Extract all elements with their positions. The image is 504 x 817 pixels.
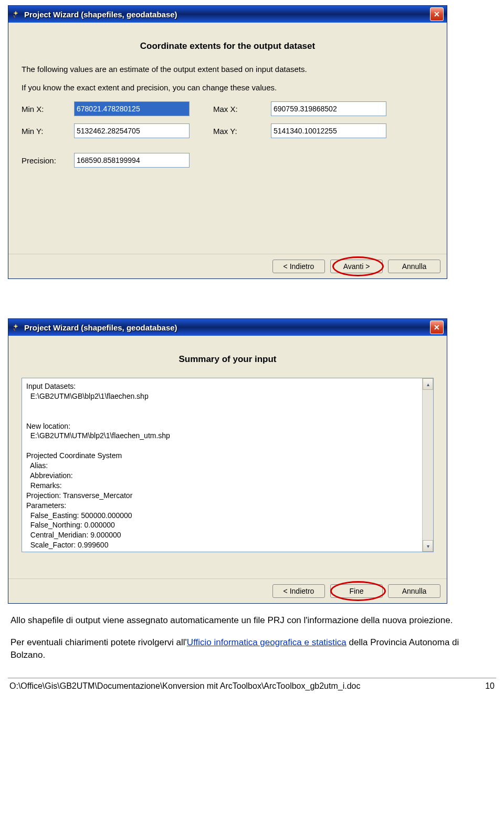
back-button[interactable]: < Indietro [272,584,325,598]
wizard-dialog-coordinate-extents: Project Wizard (shapefiles, geodatabase)… [8,5,447,279]
footer: O:\Office\Gis\GB2UTM\Documentazione\Konv… [9,681,495,691]
footer-path: O:\Office\Gis\GB2UTM\Documentazione\Konv… [9,681,360,691]
summary-textarea[interactable]: Input Datasets: E:\GB2UTM\GB\blp2\1\flae… [22,378,434,552]
close-button[interactable]: ✕ [430,7,444,21]
titlebar[interactable]: Project Wizard (shapefiles, geodatabase)… [8,319,447,336]
precision-input[interactable] [74,153,190,168]
paragraph-2: Per eventuali chiarimenti potete rivolge… [10,636,494,662]
footer-divider [8,678,496,678]
close-button[interactable]: ✕ [430,320,444,334]
dialog-body: Summary of your input Input Datasets: E:… [8,336,447,578]
scroll-up-icon[interactable]: ▴ [423,378,433,390]
button-row: < Indietro Fine Annulla [8,578,447,603]
heading: Coordinate extents for the output datase… [22,41,434,51]
titlebar[interactable]: Project Wizard (shapefiles, geodatabase)… [8,6,447,23]
heading: Summary of your input [22,354,434,365]
office-link[interactable]: Ufficio informatica geografica e statist… [187,637,346,647]
row-precision: Precision: [22,153,434,168]
finish-button-wrapper: Fine [330,584,383,598]
window-title: Project Wizard (shapefiles, geodatabase) [24,10,430,19]
cancel-button[interactable]: Annulla [388,584,440,598]
minx-label: Min X: [22,105,74,113]
close-icon: ✕ [434,323,440,332]
button-row: < Indietro Avanti > Annulla [8,254,447,278]
maxy-label: Max Y: [213,127,271,136]
cancel-button[interactable]: Annulla [388,260,440,273]
scroll-track[interactable] [423,390,433,540]
precision-label: Precision: [22,156,74,165]
svg-rect-0 [13,15,15,18]
finish-button[interactable]: Fine [330,584,383,598]
wizard-dialog-summary: Project Wizard (shapefiles, geodatabase)… [8,318,447,604]
row-miny-maxy: Min Y: Max Y: [22,123,434,138]
wand-icon [12,9,21,19]
maxx-input[interactable] [271,101,386,116]
minx-input[interactable] [74,101,190,116]
close-icon: ✕ [434,10,440,18]
description-1: The following values are an estimate of … [22,65,434,74]
document-text: Allo shapefile di output viene assegnato… [10,614,494,662]
text-before-link: Per eventuali chiarimenti potete rivolge… [10,637,187,647]
miny-label: Min Y: [22,127,74,136]
svg-rect-1 [13,328,15,331]
wand-icon [12,323,21,332]
window-title: Project Wizard (shapefiles, geodatabase) [24,323,430,332]
paragraph-1: Allo shapefile di output viene assegnato… [10,614,494,627]
next-button[interactable]: Avanti > [330,260,383,273]
back-button[interactable]: < Indietro [272,260,325,273]
maxy-input[interactable] [271,123,386,138]
page-number: 10 [485,681,495,691]
maxx-label: Max X: [213,105,271,113]
next-button-wrapper: Avanti > [330,260,383,273]
dialog-body: Coordinate extents for the output datase… [8,23,447,254]
summary-content: Input Datasets: E:\GB2UTM\GB\blp2\1\flae… [22,378,422,552]
scroll-down-icon[interactable]: ▾ [423,540,433,552]
miny-input[interactable] [74,123,190,138]
scrollbar[interactable]: ▴ ▾ [422,378,433,552]
row-minx-maxx: Min X: Max X: [22,101,434,116]
description-2: If you know the exact extent and precisi… [22,83,434,92]
